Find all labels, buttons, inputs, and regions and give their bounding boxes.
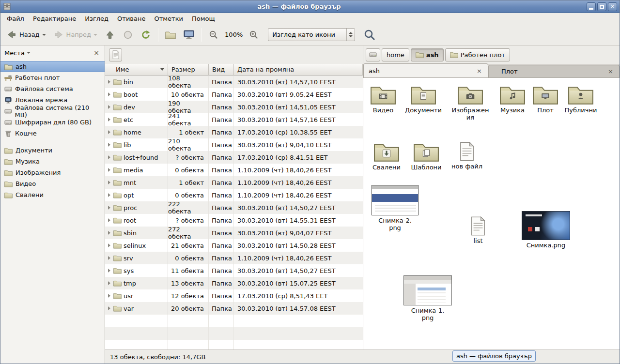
combo-arrows-icon[interactable] [346,29,355,41]
sidebar-item[interactable]: Свалени [0,189,105,200]
sidebar-item[interactable]: Кошче [0,128,105,139]
icon-item-images[interactable]: Изображения [450,84,491,121]
menu-item[interactable]: Отметки [150,14,187,24]
table-row[interactable]: mnt1 обектПапка1.10.2009 (чт) 18,40,26 E… [105,176,363,189]
computer-button[interactable] [180,27,198,43]
table-row[interactable]: opt0 обектаПапка1.10.2009 (чт) 18,40,26 … [105,189,363,201]
table-row[interactable]: usr12 обектаПапка17.03.2010 (ср) 8,51,43… [105,289,363,302]
expander-icon[interactable] [108,243,110,247]
path-desktop-button[interactable]: Работен плот [445,48,510,61]
table-row[interactable]: lib210 обектаПапка30.03.2010 (вт) 9,04,1… [105,138,363,151]
sidebar-item[interactable]: Документи [0,145,105,156]
icon-item-new-file[interactable]: нов файл [449,142,485,170]
sidebar-item[interactable]: Работен плот [0,72,105,83]
column-header-size[interactable]: Размер [168,64,209,76]
location-toggle-button[interactable] [109,48,122,61]
path-home-button[interactable]: home [382,48,409,61]
sidebar-item[interactable]: Видео [0,178,105,189]
icon-item-desktop[interactable]: Плот [527,84,564,114]
reload-button[interactable] [138,27,154,43]
path-root-button[interactable] [366,48,380,61]
tab-ash[interactable]: ash × [363,63,488,77]
close-sidebar-icon[interactable]: × [92,49,101,57]
expander-icon[interactable] [108,118,110,121]
expander-icon[interactable] [108,155,110,159]
table-row[interactable]: bin108 обектаПапка30.03.2010 (вт) 14,57,… [105,76,363,88]
forward-button[interactable]: Напред [50,27,100,43]
expander-icon[interactable] [108,256,110,260]
expander-icon[interactable] [108,206,110,210]
back-button[interactable]: Назад [3,27,49,43]
icon-item-video[interactable]: Видео [363,84,403,114]
expander-icon[interactable] [108,130,110,134]
table-row[interactable]: root? обектаПапка30.03.2010 (вт) 14,55,3… [105,214,363,227]
icon-item-snimka1[interactable]: Снимка-1.png [403,275,452,321]
zoom-in-button[interactable] [246,28,262,42]
table-row[interactable]: lost+found? обектаПапка17.03.2010 (ср) 8… [105,151,363,164]
expander-icon[interactable] [108,231,110,235]
column-header-name[interactable]: Име [105,64,168,76]
sidebar-item[interactable]: Музика [0,156,105,167]
table-row[interactable]: boot10 обектаПапка30.03.2010 (вт) 9,05,2… [105,88,363,101]
sidebar-item[interactable]: Файлова система [0,83,105,94]
places-title[interactable]: Места [4,49,25,57]
column-header-type[interactable]: Вид [209,64,234,76]
menu-item[interactable]: Изглед [80,14,113,24]
expander-icon[interactable] [108,193,110,197]
sidebar-item[interactable]: Шифриран дял (80 GB) [0,117,105,128]
expander-icon[interactable] [108,294,110,298]
expander-icon[interactable] [108,92,110,96]
places-caret-icon[interactable] [27,52,31,54]
table-row[interactable]: home1 обектПапка17.03.2010 (ср) 10,38,55… [105,126,363,138]
menu-item[interactable]: Файл [2,14,29,24]
icon-item-public[interactable]: Публични [561,84,600,114]
close-tab-icon[interactable]: × [476,67,483,75]
table-row[interactable]: tmp13 обектаПапка30.03.2010 (вт) 15,07,2… [105,277,363,289]
expander-icon[interactable] [108,181,110,184]
table-row[interactable]: srv0 обектаПапка1.10.2009 (чт) 18,40,26 … [105,252,363,264]
expander-icon[interactable] [108,218,110,222]
table-row[interactable]: var20 обектаПапка30.03.2010 (вт) 14,57,0… [105,302,363,315]
up-button[interactable] [102,27,118,43]
icon-item-list[interactable]: list [462,216,494,244]
sidebar-item[interactable]: Файлова система (210 MB) [0,106,105,117]
menu-item[interactable]: Отиване [113,14,150,24]
path-ash-button[interactable]: ash [411,48,444,61]
table-row[interactable]: selinux21 обектаПапка30.03.2010 (вт) 14,… [105,239,363,252]
menu-item[interactable]: Редактиране [29,14,80,24]
maximize-button[interactable] [597,2,606,11]
expander-icon[interactable] [108,168,110,172]
expander-icon[interactable] [108,143,110,147]
menu-item[interactable]: Помощ [187,14,219,24]
close-button[interactable]: × [608,2,617,11]
column-header-modified[interactable]: Дата на промяна [234,64,363,76]
table-row[interactable]: media0 обектаПапка1.10.2009 (чт) 18,40,2… [105,164,363,176]
close-tab-icon[interactable]: × [607,68,614,75]
view-mode-select[interactable]: Изглед като икони [268,28,355,41]
titlebar[interactable]: ash — файлов браузър × [0,0,620,13]
home-button[interactable] [162,28,179,42]
icon-item-documents[interactable]: Документи [403,84,444,114]
icon-view[interactable]: Видео Документи [363,78,620,349]
icon-item-downloads[interactable]: Свалени [366,141,407,171]
search-button[interactable] [360,26,379,44]
table-row[interactable]: sbin272 обектаПапка30.03.2010 (вт) 9,04,… [105,227,363,239]
tab-plot[interactable]: Плот × [488,65,620,77]
table-row[interactable]: proc222 обектаПапка30.03.2010 (вт) 14,50… [105,201,363,214]
table-row[interactable]: dev190 обектаПапка30.03.2010 (вт) 14,51,… [105,101,363,113]
stop-button[interactable] [120,27,136,43]
expander-icon[interactable] [108,281,110,285]
expander-icon[interactable] [108,80,110,84]
expander-icon[interactable] [108,306,110,310]
sidebar-item[interactable]: ash [0,61,105,72]
minimize-button[interactable] [587,2,596,11]
table-row[interactable]: etc241 обектаПапка30.03.2010 (вт) 14,57,… [105,113,363,126]
zoom-out-button[interactable] [206,28,221,42]
window-list-button[interactable]: ash — файлов браузър [452,350,536,362]
icon-item-snimka2[interactable]: Снимка-2.png [372,185,418,231]
icon-item-templates[interactable]: Шаблони [406,141,447,171]
back-history-caret-icon[interactable] [42,34,46,36]
sidebar-item[interactable]: Изображения [0,167,105,178]
expander-icon[interactable] [108,105,110,109]
table-row[interactable]: sys11 обектаПапка30.03.2010 (вт) 14,50,2… [105,264,363,277]
